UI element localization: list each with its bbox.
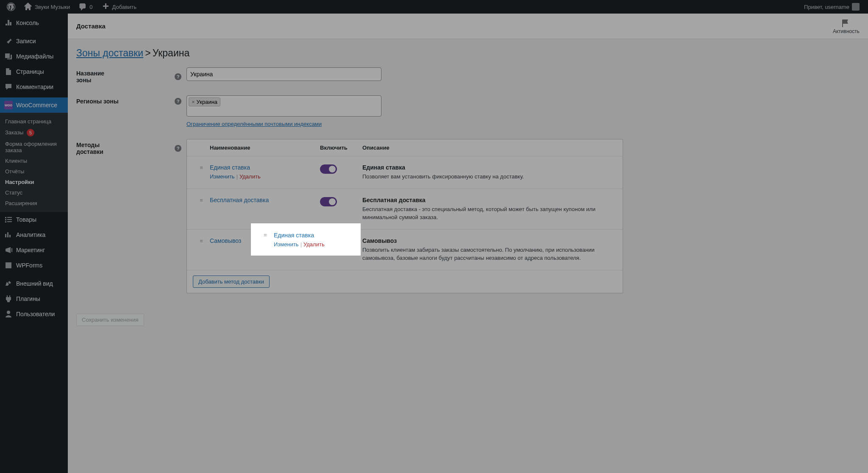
my-account-link[interactable]: Привет, username (801, 0, 863, 14)
submenu-home[interactable]: Главная страница (0, 116, 68, 127)
submenu-customers-label: Клиенты (5, 158, 27, 164)
edit-link[interactable]: Изменить (210, 173, 235, 180)
col-desc-header: Описание (362, 145, 617, 151)
drag-handle-icon[interactable]: ≡ (200, 197, 203, 203)
page-title: Доставка (76, 22, 106, 30)
sidebar-item-pages[interactable]: Страницы (0, 64, 68, 79)
avatar-icon (852, 3, 860, 11)
add-new-link[interactable]: Добавить (98, 0, 140, 14)
zone-regions-input[interactable]: ×Украина (186, 95, 381, 117)
activity-button[interactable]: Активность (833, 18, 860, 34)
comments-link[interactable]: 0 (75, 0, 96, 14)
submenu-settings[interactable]: Настройки (0, 177, 68, 187)
desc-text: Позволяет вам установить фиксированную с… (362, 173, 608, 181)
submenu-home-label: Главная страница (5, 118, 51, 125)
submenu-orders-label: Заказы (5, 129, 23, 136)
sidebar-label-analytics: Аналитика (16, 231, 45, 238)
site-name-link[interactable]: Звуки Музыки (20, 0, 73, 14)
breadcrumb: Зоны доставки>Украина (76, 47, 860, 59)
appearance-icon (4, 279, 13, 288)
main-content: Доставка Активность Зоны доставки>Украин… (68, 14, 868, 473)
zone-regions-label: Регионы зоны (76, 98, 119, 105)
sidebar-item-marketing[interactable]: Маркетинг (0, 242, 68, 258)
orders-badge: 5 (27, 129, 34, 136)
table-footer: Добавить метод доставки (187, 270, 623, 293)
sidebar-item-plugins[interactable]: Плагины (0, 291, 68, 306)
admin-bar: Звуки Музыки 0 Добавить Привет, username (0, 0, 868, 14)
greeting-text: Привет, username (804, 4, 849, 10)
plugins-icon (4, 295, 13, 303)
sidebar-item-comments[interactable]: Комментарии (0, 79, 68, 95)
submenu-status[interactable]: Статус (0, 187, 68, 198)
sidebar-label-media: Медиафайлы (16, 53, 53, 60)
spotlight-highlight: ≡ Единая ставка Изменить|Удалить (251, 223, 361, 256)
submenu-orders[interactable]: Заказы 5 (0, 127, 68, 139)
comments-count: 0 (89, 4, 92, 10)
zone-name-label: Название зоны (76, 70, 119, 83)
drag-handle-icon[interactable]: ≡ (200, 238, 203, 244)
enable-toggle[interactable] (320, 197, 337, 206)
help-icon[interactable]: ? (175, 145, 181, 152)
pin-icon (4, 37, 13, 45)
submenu-checkout-label: Форма оформления заказа (5, 141, 57, 153)
region-chip: ×Украина (189, 97, 220, 106)
sidebar-label-pages: Страницы (16, 68, 44, 75)
sidebar-item-dashboard[interactable]: Консоль (0, 15, 68, 31)
help-icon[interactable]: ? (175, 73, 181, 80)
submenu-checkout-form[interactable]: Форма оформления заказа (0, 139, 68, 156)
chip-remove-icon[interactable]: × (192, 99, 195, 105)
col-enable-header: Включить (320, 145, 362, 151)
postcode-limit-link[interactable]: Ограничение определёнными почтовыми инде… (186, 121, 322, 127)
sidebar-item-users[interactable]: Пользователи (0, 306, 68, 322)
row-actions: Изменить|Удалить (210, 173, 320, 180)
delete-link[interactable]: Удалить (303, 241, 325, 248)
comments-icon (4, 83, 13, 91)
method-name-link[interactable]: Единая ставка (210, 164, 250, 171)
submenu-customers[interactable]: Клиенты (0, 156, 68, 166)
edit-link[interactable]: Изменить (274, 241, 299, 248)
enable-toggle[interactable] (320, 164, 337, 174)
submenu-reports-label: Отчёты (5, 168, 24, 175)
save-button[interactable]: Сохранить изменения (76, 314, 144, 326)
method-name-link[interactable]: Единая ставка (274, 232, 314, 239)
desc-title: Единая ставка (362, 164, 608, 171)
table-row: ≡ Единая ставка Изменить|Удалить Единая … (187, 156, 623, 189)
add-new-label: Добавить (112, 4, 136, 10)
delete-link[interactable]: Удалить (239, 173, 261, 180)
sidebar-item-posts[interactable]: Записи (0, 33, 68, 49)
products-icon (4, 215, 13, 224)
drag-handle-icon[interactable]: ≡ (264, 232, 267, 238)
breadcrumb-current: Украина (153, 47, 190, 58)
shipping-methods-label: Методы доставки (76, 142, 119, 155)
method-name-link[interactable]: Самовывоз (210, 237, 241, 244)
breadcrumb-separator: > (145, 47, 150, 58)
sidebar-item-products[interactable]: Товары (0, 212, 68, 227)
method-name-link[interactable]: Бесплатная доставка (210, 197, 269, 203)
sidebar-label-dashboard: Консоль (16, 19, 39, 26)
col-name-header: Наименование (210, 145, 320, 151)
wp-logo[interactable] (3, 0, 19, 14)
home-icon (24, 3, 32, 11)
submenu-extensions-label: Расширения (5, 200, 37, 206)
submenu-reports[interactable]: Отчёты (0, 166, 68, 177)
help-icon[interactable]: ? (175, 98, 181, 105)
comment-icon (78, 3, 87, 11)
sidebar-item-woocommerce[interactable]: woo WooCommerce (0, 97, 68, 113)
sidebar: Консоль Записи Медиафайлы Страницы Комме… (0, 14, 68, 473)
dashboard-icon (4, 19, 13, 27)
zone-name-input[interactable] (186, 67, 381, 81)
media-icon (4, 52, 13, 61)
drag-handle-icon[interactable]: ≡ (200, 164, 203, 171)
sidebar-item-wpforms[interactable]: WPForms (0, 258, 68, 273)
sidebar-label-woocommerce: WooCommerce (16, 102, 57, 109)
page-icon (4, 67, 13, 76)
sidebar-item-analytics[interactable]: Аналитика (0, 227, 68, 242)
sidebar-item-appearance[interactable]: Внешний вид (0, 276, 68, 291)
submenu-extensions[interactable]: Расширения (0, 198, 68, 209)
users-icon (4, 310, 13, 318)
add-method-button[interactable]: Добавить метод доставки (193, 275, 270, 288)
region-chip-label: Украина (197, 99, 218, 105)
breadcrumb-zones-link[interactable]: Зоны доставки (76, 47, 143, 58)
woocommerce-submenu: Главная страница Заказы 5 Форма оформлен… (0, 113, 68, 212)
sidebar-item-media[interactable]: Медиафайлы (0, 49, 68, 64)
